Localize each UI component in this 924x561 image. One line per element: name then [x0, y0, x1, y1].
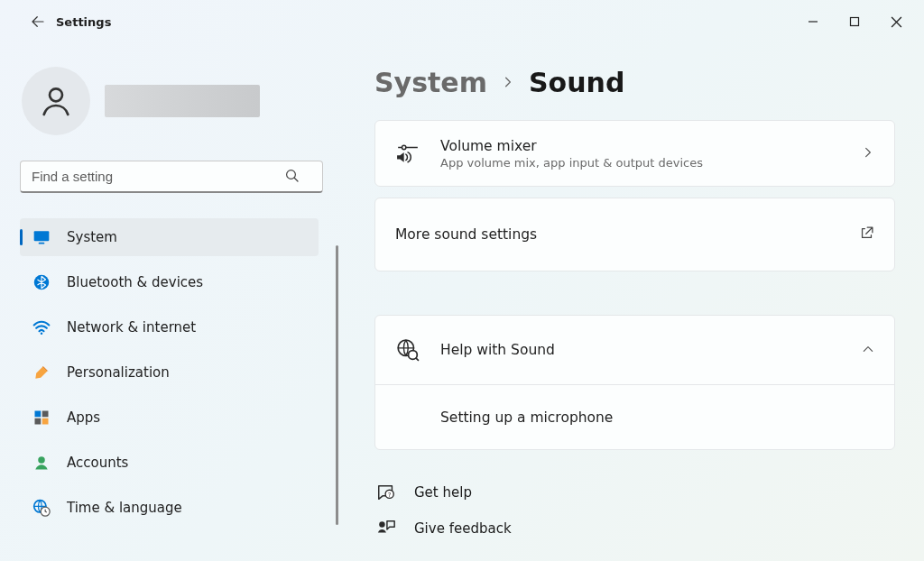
search-icon [284, 168, 300, 188]
minimize-button[interactable] [792, 7, 834, 36]
sidebar-item-label: Accounts [67, 455, 128, 471]
arrow-left-icon [30, 14, 46, 30]
sidebar-item-personalization[interactable]: Personalization [20, 354, 319, 391]
search-container [20, 161, 322, 193]
sidebar-item-label: Personalization [67, 364, 170, 381]
nav-list: System Bluetooth & devices Network & int… [16, 215, 333, 530]
chat-help-icon: ? [374, 483, 398, 502]
mixer-icon [395, 142, 420, 165]
help-title: Help with Sound [440, 342, 555, 358]
minimize-icon [808, 16, 818, 27]
setting-volume-mixer[interactable]: Volume mixer App volume mix, app input &… [374, 120, 895, 187]
page-title: Sound [529, 67, 624, 98]
sidebar-item-label: Network & internet [67, 319, 196, 336]
sidebar-item-label: Bluetooth & devices [67, 274, 203, 290]
svg-rect-4 [39, 243, 45, 244]
apps-icon [32, 409, 51, 427]
help-header[interactable]: Help with Sound [375, 316, 894, 384]
main-content: System Sound Volume mixer App volume mix… [338, 43, 924, 561]
person-icon [38, 83, 74, 119]
sidebar-item-label: Time & language [67, 500, 182, 516]
sidebar-item-label: Apps [67, 409, 100, 426]
svg-rect-9 [35, 418, 42, 425]
globe-search-icon [395, 338, 420, 362]
help-card: Help with Sound Setting up a microphone [374, 315, 895, 450]
search-input[interactable] [20, 161, 323, 193]
wifi-icon [32, 318, 51, 336]
svg-point-11 [38, 456, 45, 464]
maximize-button[interactable] [834, 7, 875, 36]
sidebar-item-label: System [67, 229, 117, 245]
link-label: Give feedback [414, 520, 512, 537]
sidebar-item-accounts[interactable]: Accounts [20, 444, 319, 482]
svg-text:?: ? [388, 492, 391, 499]
open-external-icon [859, 225, 874, 244]
app-title: Settings [56, 15, 111, 29]
svg-rect-3 [34, 231, 50, 241]
link-label: Get help [414, 484, 472, 501]
svg-point-14 [402, 145, 406, 149]
close-icon [891, 16, 902, 28]
globe-clock-icon [32, 499, 51, 517]
maximize-icon [849, 16, 860, 27]
sidebar-item-time-language[interactable]: Time & language [20, 489, 319, 527]
sidebar-scrollbar[interactable] [336, 245, 338, 525]
svg-rect-8 [42, 411, 49, 418]
person-dot-icon [32, 454, 51, 472]
svg-point-6 [41, 332, 43, 335]
back-button[interactable] [22, 5, 54, 38]
chevron-right-icon [502, 73, 514, 92]
window-controls [792, 7, 917, 36]
sidebar-item-apps[interactable]: Apps [20, 399, 319, 437]
get-help-link[interactable]: ? Get help [374, 483, 895, 502]
close-button[interactable] [875, 7, 917, 36]
breadcrumb-parent[interactable]: System [374, 67, 487, 98]
avatar [22, 67, 90, 135]
feedback-icon [374, 519, 398, 538]
paintbrush-icon [32, 363, 51, 382]
card-title: More sound settings [395, 226, 537, 243]
titlebar: Settings [0, 0, 924, 43]
help-item-label: Setting up a microphone [440, 409, 613, 426]
card-title: Volume mixer [440, 138, 703, 154]
svg-point-1 [50, 88, 62, 101]
sidebar-item-system[interactable]: System [20, 218, 319, 256]
chevron-up-icon [862, 342, 874, 359]
card-subtitle: App volume mix, app input & output devic… [440, 156, 703, 170]
profile-block[interactable] [22, 67, 333, 135]
breadcrumb: System Sound [374, 67, 895, 98]
sidebar-item-network[interactable]: Network & internet [20, 308, 319, 346]
sidebar: System Bluetooth & devices Network & int… [0, 43, 338, 561]
bluetooth-icon [32, 273, 51, 291]
svg-rect-0 [851, 18, 859, 26]
svg-rect-7 [35, 411, 42, 418]
setting-more-sound[interactable]: More sound settings [374, 198, 895, 271]
svg-point-20 [379, 521, 384, 527]
give-feedback-link[interactable]: Give feedback [374, 519, 895, 538]
chevron-right-icon [862, 145, 874, 162]
svg-rect-10 [42, 418, 49, 425]
monitor-icon [32, 228, 51, 246]
account-name-placeholder [105, 85, 260, 117]
help-item-microphone[interactable]: Setting up a microphone [375, 384, 894, 449]
sidebar-item-bluetooth[interactable]: Bluetooth & devices [20, 263, 319, 301]
footer-links: ? Get help Give feedback [374, 483, 895, 538]
